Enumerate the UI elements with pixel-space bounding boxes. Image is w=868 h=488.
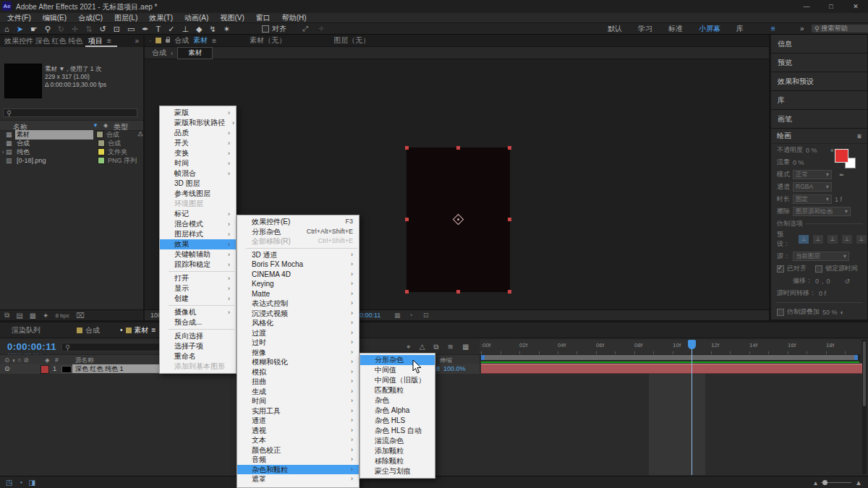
snap-toggle[interactable]: 对齐 <box>262 24 286 34</box>
maximize-button[interactable]: □ <box>819 0 843 13</box>
color-depth-button[interactable]: 8 bpc <box>55 312 69 319</box>
collapsed-panel-tab[interactable]: 库 <box>771 91 867 109</box>
submenu-item[interactable]: 移除颗粒 <box>360 456 435 466</box>
home-icon[interactable]: ⌂ <box>4 24 9 34</box>
menu-bar-item[interactable]: 图层(L) <box>114 13 137 23</box>
submenu-item[interactable]: 生成 › <box>237 387 359 397</box>
flow-value[interactable]: 0 % <box>793 159 804 166</box>
aligned-checkbox[interactable] <box>777 265 784 273</box>
current-time-indicator[interactable] <box>688 340 696 349</box>
clone-overlay-value[interactable]: 50 % <box>822 309 838 316</box>
filter-icon[interactable]: ▼ <box>93 122 98 129</box>
panel-menu-icon[interactable]: ≡ <box>857 132 861 140</box>
work-area-end-handle[interactable] <box>854 355 858 360</box>
project-search-input[interactable]: ⚲ <box>3 108 137 117</box>
timeline-toolbar-icon[interactable]: △ <box>420 343 425 351</box>
submenu-item[interactable]: Matte › <box>237 289 359 299</box>
source-dropdown[interactable]: 当前图层▾ <box>793 252 849 261</box>
erase-dropdown[interactable]: 图层源和绘画▾ <box>793 207 851 216</box>
duration-frames[interactable]: 1 f <box>835 196 842 203</box>
camera-tool[interactable]: ⊡ <box>114 24 120 34</box>
panel-menu-icon[interactable]: ≡ <box>152 326 156 334</box>
lock-source-time-checkbox[interactable] <box>815 265 822 273</box>
submenu-item[interactable]: 分形杂色 <box>360 355 435 365</box>
submenu-item[interactable]: 湍流杂色 <box>360 436 435 446</box>
workspace-tab[interactable]: 库 <box>736 24 744 34</box>
timeline-mode-icon[interactable]: ◳ <box>6 479 12 487</box>
collapsed-panel-tab[interactable]: 效果和预设 <box>771 72 867 90</box>
context-menu-item[interactable]: 标记 › <box>160 209 236 219</box>
collapsed-panel-tab[interactable]: 画笔 <box>771 110 867 128</box>
eraser-tool[interactable]: ◆ <box>196 24 202 34</box>
label-color-swatch[interactable] <box>98 140 105 147</box>
context-menu-item[interactable]: 关键帧辅助 › <box>160 249 236 260</box>
workspace-menu-icon[interactable]: ≡ <box>771 25 775 33</box>
tag-icon[interactable]: ◈ <box>103 122 108 129</box>
tab-footage[interactable]: 素材 <box>193 35 208 46</box>
submenu-item[interactable]: 实用工具 › <box>237 406 359 416</box>
context-menu-item[interactable]: 打开 › <box>160 273 236 283</box>
submenu-item[interactable]: 表达式控制 › <box>237 299 359 309</box>
submenu-item[interactable]: 过时 › <box>237 338 359 348</box>
type-tool[interactable]: T <box>156 24 161 34</box>
interpret-footage-icon[interactable]: ⧉ <box>4 311 9 320</box>
context-menu-item[interactable]: 开关 › <box>160 138 236 148</box>
solid-layer[interactable] <box>407 147 510 292</box>
context-menu-item[interactable]: 时间 › <box>160 158 236 168</box>
tab-comp-timeline[interactable]: 合成 <box>77 325 100 335</box>
panel-menu-icon[interactable]: ≡ <box>212 37 216 45</box>
handle-bottom-left[interactable] <box>405 290 409 294</box>
submenu-item[interactable]: 匹配颗粒 <box>360 385 435 395</box>
context-menu-item[interactable]: 预合成... <box>160 317 236 328</box>
submenu-item[interactable]: 蒙尘与划痕 <box>360 466 435 476</box>
overlay-blend-icon[interactable]: ◐ <box>841 309 844 316</box>
layer-stretch[interactable]: 100.0% <box>443 365 466 372</box>
tab-overflow-icon[interactable]: » <box>135 37 139 45</box>
channel-dropdown[interactable]: RGBA▾ <box>793 182 832 192</box>
label-column-icon[interactable]: ◈ <box>45 356 50 364</box>
project-item-row[interactable]: › ▤ 纯色 文件夹 <box>0 147 143 156</box>
submenu-item[interactable]: 效果控件(E) F3 <box>237 217 359 227</box>
help-search[interactable]: ⚲ 搜索帮助 <box>812 25 868 33</box>
submenu-item[interactable]: 3D 通道 › <box>237 250 359 260</box>
label-color-swatch[interactable] <box>98 148 105 155</box>
snap-checkbox[interactable] <box>262 25 269 33</box>
dolly-camera-tool[interactable]: ⇅ <box>85 24 92 34</box>
close-button[interactable]: ✕ <box>843 0 868 13</box>
new-comp-icon[interactable]: ▦ <box>30 312 36 320</box>
submenu-item[interactable]: 中间值（旧版） <box>360 375 435 385</box>
exposure-icon[interactable]: ⊡ <box>423 312 429 319</box>
submenu-item[interactable]: 文本 › <box>237 435 359 445</box>
context-menu-item[interactable]: 添加到基本图形 <box>160 361 236 372</box>
timeline-mode-icon[interactable]: ◨ <box>29 479 35 487</box>
label-color-swatch[interactable] <box>98 157 105 164</box>
new-folder-icon[interactable]: ▤ <box>16 312 22 320</box>
clone-preset-1[interactable]: ⊥ <box>798 234 809 244</box>
rotation-tool[interactable]: ↺ <box>99 24 106 34</box>
tab-layer-none[interactable]: 图层（无） <box>333 35 370 46</box>
clone-preset-2[interactable]: ⊥ <box>812 234 824 244</box>
tab-footage-none[interactable]: 素材（无） <box>250 35 286 46</box>
submenu-item[interactable]: 中间值 <box>360 365 435 375</box>
zoom-slider-knob[interactable] <box>822 480 827 485</box>
menu-bar-item[interactable]: 窗口 <box>256 13 271 23</box>
duration-dropdown[interactable]: 固定▾ <box>793 194 832 204</box>
workspace-overflow-icon[interactable]: » <box>800 25 804 33</box>
submenu-item[interactable]: 添加颗粒 <box>360 446 435 456</box>
menu-bar-item[interactable]: 帮助(H) <box>282 13 307 23</box>
zoom-in-icon[interactable]: ▲ <box>855 479 862 487</box>
project-item-row[interactable]: ▦ 合成 合成 <box>0 139 143 147</box>
submenu-item[interactable]: Boris FX Mocha › <box>237 260 359 270</box>
context-menu-item[interactable]: 帧混合 › <box>160 168 236 179</box>
submenu-item[interactable]: 通道 › <box>237 416 359 426</box>
handle-top-center[interactable] <box>456 146 460 150</box>
submenu-item[interactable]: 杂色和颗粒 › <box>237 465 359 475</box>
context-menu-item[interactable]: 环境图层 <box>160 199 236 209</box>
mode-dropdown[interactable]: 正常▾ <box>793 170 832 179</box>
channels-icon[interactable]: ◔ <box>409 312 412 319</box>
orbit-camera-tool[interactable]: ↻ <box>58 24 64 34</box>
submenu-item[interactable]: 扭曲 › <box>237 377 359 387</box>
workspace-tab[interactable]: 小屏幕 <box>699 24 720 34</box>
opacity-value[interactable]: 0 % <box>806 147 817 154</box>
viewer-timecode[interactable]: 0:00:11 <box>359 312 380 319</box>
